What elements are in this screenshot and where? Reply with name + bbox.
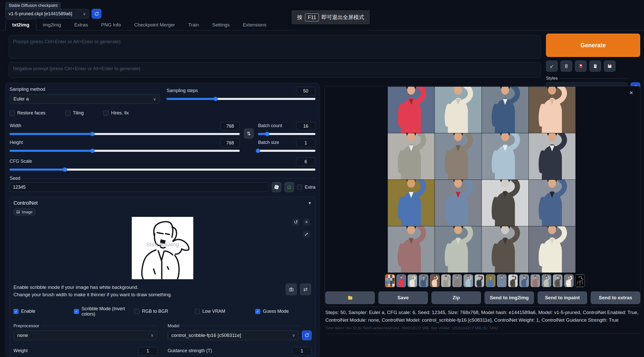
- gallery-image-10[interactable]: [435, 180, 481, 226]
- swap-width-height-button[interactable]: ⇅: [244, 128, 254, 139]
- cn-option-scribble-mode-invert-colors--checkbox[interactable]: ✓: [74, 309, 79, 314]
- send-to-img2img-button[interactable]: Send to img2img: [485, 291, 534, 304]
- model-dropdown[interactable]: control_scribble-fp16 [c508311e] ∨: [168, 331, 299, 340]
- extra-networks-card-icon[interactable]: [575, 61, 587, 72]
- clipboard-icon[interactable]: [589, 61, 601, 72]
- thumbnail-14[interactable]: [542, 274, 551, 287]
- option-restore-faces-checkbox[interactable]: ✓: [10, 111, 15, 116]
- scribble-canvas[interactable]: Start drawing: [132, 217, 193, 279]
- batch-count-value[interactable]: 16: [296, 122, 315, 130]
- gallery-image-14[interactable]: [435, 226, 481, 273]
- weight-value[interactable]: 1: [138, 347, 157, 355]
- gallery-image-13[interactable]: [388, 226, 434, 273]
- gallery-image-4[interactable]: [529, 87, 575, 133]
- webcam-icon[interactable]: [286, 284, 297, 295]
- thumbnail-6[interactable]: [452, 274, 462, 287]
- batch-size-value[interactable]: 1: [296, 139, 315, 147]
- tab-extras[interactable]: Extras: [68, 20, 94, 30]
- option-hires-fix[interactable]: ✓Hires. fix: [103, 110, 129, 116]
- sampling-method-dropdown[interactable]: Euler a ∨: [10, 94, 160, 104]
- thumbnail-12[interactable]: [519, 274, 529, 287]
- gallery-image-6[interactable]: [435, 133, 481, 180]
- thumbnail-5[interactable]: [441, 274, 451, 287]
- cn-option-guess-mode[interactable]: ✓Guess Mode: [255, 306, 316, 317]
- refresh-checkpoints-button[interactable]: [92, 9, 101, 19]
- thumbnail-13[interactable]: [530, 274, 540, 287]
- zip-button[interactable]: Zip: [431, 291, 481, 304]
- height-value[interactable]: 768: [220, 139, 240, 147]
- batch-count-slider[interactable]: [258, 133, 315, 135]
- cfg-scale-slider[interactable]: [10, 169, 315, 171]
- option-restore-faces[interactable]: ✓Restore faces: [10, 110, 45, 116]
- gallery-image-3[interactable]: [482, 87, 528, 133]
- trash-icon[interactable]: [560, 61, 572, 72]
- cn-option-rgb-to-bgr-checkbox[interactable]: ✓: [134, 309, 139, 314]
- tab-img2img[interactable]: img2img: [36, 20, 68, 30]
- paste-arrow-icon[interactable]: ↙: [546, 61, 558, 72]
- checkpoint-dropdown[interactable]: v1-5-pruned.ckpt [e1441589a6] ∨: [5, 9, 89, 19]
- thumbnail-3[interactable]: [419, 274, 428, 287]
- negative-prompt-input[interactable]: Negative prompt (press Ctrl+Enter or Alt…: [9, 62, 541, 78]
- refresh-models-button[interactable]: [302, 331, 312, 340]
- tab-settings[interactable]: Settings: [206, 20, 236, 30]
- tab-image[interactable]: Image: [13, 209, 35, 215]
- tab-checkpoint-merger[interactable]: Checkpoint Merger: [127, 20, 182, 30]
- close-gallery-icon[interactable]: ×: [630, 89, 633, 96]
- save-style-icon[interactable]: [604, 61, 616, 72]
- guidance-strength-value[interactable]: 1: [292, 347, 312, 355]
- cn-option-rgb-to-bgr[interactable]: ✓RGB to BGR: [134, 306, 195, 317]
- batch-size-slider[interactable]: [258, 150, 315, 152]
- tab-txt2img[interactable]: txt2img: [5, 19, 36, 31]
- tab-train[interactable]: Train: [182, 20, 206, 30]
- cn-option-enable[interactable]: ✓Enable: [13, 306, 74, 317]
- gallery-image-15[interactable]: [482, 226, 528, 273]
- gallery-image-2[interactable]: [435, 87, 481, 133]
- thumbnail-9[interactable]: [486, 274, 495, 287]
- gallery-image-16[interactable]: [529, 226, 575, 273]
- controlnet-accordion-header[interactable]: ControlNet ▼: [13, 200, 312, 206]
- tab-png-info[interactable]: PNG Info: [94, 20, 127, 30]
- cn-option-guess-mode-checkbox[interactable]: ✓: [255, 309, 260, 314]
- cn-option-scribble-mode-invert-colors-[interactable]: ✓Scribble Mode (Invert colors): [74, 306, 134, 317]
- gallery-image-12[interactable]: [529, 180, 575, 226]
- height-slider[interactable]: [10, 150, 240, 152]
- thumbnail-grid-montage[interactable]: [385, 274, 395, 287]
- open-folder-button[interactable]: [325, 291, 375, 304]
- cn-option-low-vram[interactable]: ✓Low VRAM: [195, 306, 255, 317]
- option-tiling-checkbox[interactable]: ✓: [65, 111, 70, 116]
- width-slider[interactable]: [10, 133, 240, 135]
- option-hires-fix-checkbox[interactable]: ✓: [103, 111, 108, 116]
- option-tiling[interactable]: ✓Tiling: [65, 110, 84, 116]
- seed-input[interactable]: [10, 182, 269, 192]
- thumbnail-controlnet-scribble[interactable]: [575, 274, 585, 287]
- sampling-steps-slider[interactable]: [167, 98, 315, 100]
- extra-checkbox[interactable]: ✓: [297, 185, 302, 190]
- thumbnail-1[interactable]: [396, 274, 406, 287]
- thumbnail-2[interactable]: [408, 274, 417, 287]
- prompt-input[interactable]: Prompt (press Ctrl+Enter or Alt+Enter to…: [9, 35, 541, 58]
- gallery-image-8[interactable]: [529, 133, 575, 180]
- gallery-image-5[interactable]: [388, 133, 434, 180]
- generate-button[interactable]: Generate: [546, 34, 640, 57]
- reuse-seed-recycle-button[interactable]: [284, 182, 294, 192]
- gallery-image-1[interactable]: [388, 87, 434, 133]
- send-to-extras-button[interactable]: Send to extras: [591, 291, 640, 304]
- thumbnail-8[interactable]: [475, 274, 484, 287]
- gallery-image-11[interactable]: [482, 180, 528, 226]
- extra-seed-option[interactable]: ✓ Extra: [297, 185, 315, 190]
- width-value[interactable]: 768: [220, 122, 240, 130]
- gallery-image-9[interactable]: [388, 180, 434, 226]
- mirror-swap-icon[interactable]: ⇄: [300, 284, 311, 295]
- brush-icon[interactable]: [303, 231, 310, 238]
- gallery-image-7[interactable]: [482, 133, 528, 180]
- save-button[interactable]: Save: [378, 291, 428, 304]
- thumbnail-15[interactable]: [553, 274, 562, 287]
- thumbnail-10[interactable]: [497, 274, 507, 287]
- preprocessor-dropdown[interactable]: none ∨: [13, 331, 157, 340]
- thumbnail-11[interactable]: [508, 274, 518, 287]
- cn-option-low-vram-checkbox[interactable]: ✓: [195, 309, 200, 314]
- thumbnail-7[interactable]: [463, 274, 473, 287]
- cn-option-enable-checkbox[interactable]: ✓: [13, 309, 19, 314]
- sampling-steps-value[interactable]: 50: [296, 87, 315, 95]
- random-seed-dice-button[interactable]: [272, 182, 281, 192]
